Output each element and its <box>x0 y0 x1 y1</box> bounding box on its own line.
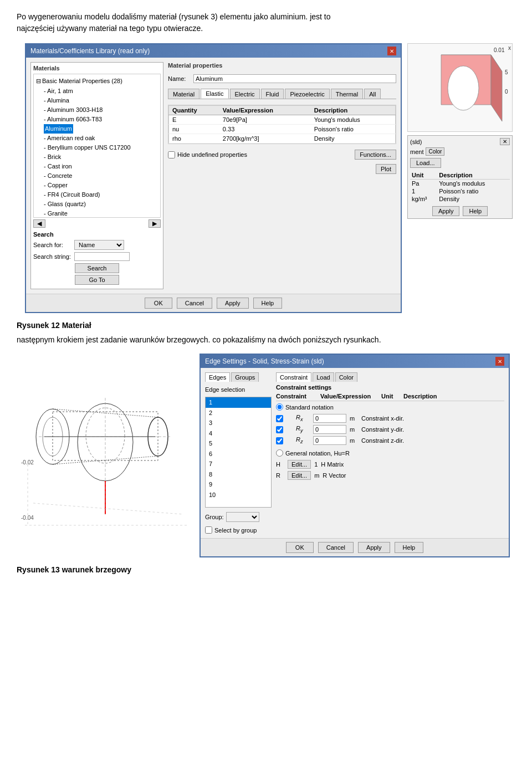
edge-ok-button[interactable]: OK <box>286 542 314 553</box>
group-select[interactable] <box>226 512 259 522</box>
tab-all[interactable]: All <box>364 89 381 99</box>
r-label: R <box>276 472 284 479</box>
rx-desc: Constraint x-dir. <box>361 415 404 422</box>
tree-child-aluminum[interactable]: Aluminum <box>36 124 158 134</box>
materials-footer: OK Cancel Apply Help <box>26 294 401 312</box>
tab-color[interactable]: Color <box>335 372 357 382</box>
materials-close-button[interactable]: ✕ <box>387 47 396 55</box>
tab-thermal[interactable]: Thermal <box>331 89 363 99</box>
select-by-group-checkbox[interactable] <box>205 526 212 534</box>
svg-text:0.01: 0.01 <box>494 47 505 53</box>
edge-list[interactable]: 1 2 3 4 5 6 7 8 9 10 <box>205 397 272 508</box>
tree-child-al6063[interactable]: - Aluminum 6063-T83 <box>36 115 158 124</box>
r-desc: R Vector <box>323 472 346 479</box>
h-edit-button[interactable]: Edit... <box>288 460 311 469</box>
group-row: Group: <box>205 512 272 522</box>
sld-close-btn[interactable]: ✕ <box>500 138 510 145</box>
row2-val: 0.33 <box>219 125 311 134</box>
materials-apply-button[interactable]: Apply <box>217 298 249 309</box>
search-section: Search Search for: Name Search string: <box>33 231 161 285</box>
search-for-select[interactable]: Name <box>74 240 124 250</box>
group-label: Group: <box>205 514 224 520</box>
edge-item-4[interactable]: 4 <box>206 428 271 439</box>
edge-item-6[interactable]: 6 <box>206 449 271 459</box>
edge-item-7[interactable]: 7 <box>206 459 271 469</box>
tree-child-granite[interactable]: - Granite <box>36 209 158 218</box>
tree-child-castiron[interactable]: - Cast iron <box>36 162 158 171</box>
materials-tree-scroll[interactable]: ⊟ Basic Material Properties (28) - Air, … <box>33 74 161 218</box>
sld-color-btn[interactable]: Color <box>426 147 444 156</box>
tree-child-glass[interactable]: - Glass (quartz) <box>36 199 158 209</box>
r-edit-button[interactable]: Edit... <box>288 471 311 480</box>
edge-item-5[interactable]: 5 <box>206 438 271 449</box>
tree-child-alumina[interactable]: - Alumina <box>36 96 158 105</box>
sld-load-btn[interactable]: Load... <box>410 158 441 168</box>
general-notation-radio[interactable] <box>276 449 283 457</box>
goto-button[interactable]: Go To <box>75 275 119 285</box>
tree-back-btn[interactable]: ◀ <box>33 219 45 228</box>
edge-tabs: Edges Groups <box>205 372 272 382</box>
tab-fluid[interactable]: Fluid <box>261 89 284 99</box>
x-label: x <box>508 45 511 51</box>
col-unit: Unit <box>381 393 403 400</box>
hide-func-row: Hide undefined properties Functions... <box>168 150 396 160</box>
edge-item-1[interactable]: 1 <box>206 397 271 408</box>
materials-help-button[interactable]: Help <box>253 298 283 309</box>
func-plot-btns: Functions... <box>355 150 396 160</box>
tree-child-redoak[interactable]: - American red oak <box>36 134 158 143</box>
tab-electric[interactable]: Electric <box>230 89 260 99</box>
tree-child-al3003[interactable]: - Aluminum 3003-H18 <box>36 105 158 115</box>
edge-item-3[interactable]: 3 <box>206 418 271 428</box>
tree-child-concrete[interactable]: - Concrete <box>36 171 158 181</box>
tab-groups[interactable]: Groups <box>231 372 259 382</box>
ry-checkbox[interactable] <box>276 426 283 433</box>
edge-titlebar: Edge Settings - Solid, Stress-Strain (sl… <box>201 355 509 368</box>
tree-child-fr4[interactable]: - FR4 (Circuit Board) <box>36 190 158 199</box>
edge-item-8[interactable]: 8 <box>206 469 271 480</box>
material-tabs: Material Elastic Electric Fluid Piezoele… <box>168 89 396 99</box>
standard-notation-radio[interactable] <box>276 403 283 411</box>
search-string-input[interactable] <box>74 252 130 261</box>
materials-ok-button[interactable]: OK <box>145 298 172 309</box>
materials-titlebar: Materials/Coefficients Library (read onl… <box>26 44 401 58</box>
tree-child-air[interactable]: - Air, 1 atm <box>36 86 158 96</box>
materials-tree: ⊟ Basic Material Properties (28) - Air, … <box>36 76 158 218</box>
edge-apply-button[interactable]: Apply <box>358 542 390 553</box>
tab-piezo[interactable]: Piezoelectric <box>285 89 329 99</box>
ry-desc: Constraint y-dir. <box>361 426 404 433</box>
rp-apply-btn[interactable]: Apply <box>432 206 460 216</box>
tab-material[interactable]: Material <box>168 89 200 99</box>
tab-constraint[interactable]: Constraint <box>276 372 311 382</box>
edge-item-9[interactable]: 9 <box>206 479 271 490</box>
tab-load[interactable]: Load <box>313 372 334 382</box>
props-table-scroll[interactable]: Quantity Value/Expression Description E … <box>168 105 396 144</box>
tree-child-brick[interactable]: - Brick <box>36 152 158 162</box>
name-input[interactable] <box>193 74 396 83</box>
search-button[interactable]: Search <box>75 263 119 273</box>
rp-help-btn[interactable]: Help <box>463 206 488 216</box>
caption2: Rysunek 13 warunek brzegowy <box>17 565 515 574</box>
edge-item-2[interactable]: 2 <box>206 408 271 418</box>
tree-fwd-btn[interactable]: ▶ <box>149 219 161 228</box>
rz-checkbox[interactable] <box>276 437 283 444</box>
edge-help-button[interactable]: Help <box>395 542 424 553</box>
functions-button[interactable]: Functions... <box>355 150 396 160</box>
tree-child-beryllium[interactable]: - Beryllium copper UNS C17200 <box>36 143 158 152</box>
rp-row3-unit: kg/m³ <box>410 195 437 203</box>
edge-close-button[interactable]: ✕ <box>495 357 504 366</box>
ry-value-input[interactable] <box>313 425 346 434</box>
hide-undefined-checkbox[interactable] <box>168 151 175 158</box>
tab-edges[interactable]: Edges <box>205 372 230 382</box>
edge-cancel-button[interactable]: Cancel <box>318 542 354 553</box>
materials-panel-title: Materials <box>33 65 161 71</box>
tree-child-copper[interactable]: - Copper <box>36 181 158 190</box>
tree-root: ⊟ Basic Material Properties (28) <box>36 76 158 86</box>
tab-elastic[interactable]: Elastic <box>201 89 228 99</box>
plot-button[interactable]: Plot <box>376 164 396 174</box>
edge-item-10[interactable]: 10 <box>206 490 271 500</box>
rx-checkbox[interactable] <box>276 415 283 422</box>
edge-body: Edges Groups Edge selection 1 2 3 4 5 6 … <box>201 368 509 538</box>
rz-value-input[interactable] <box>313 436 346 445</box>
rx-value-input[interactable] <box>313 414 346 423</box>
materials-cancel-button[interactable]: Cancel <box>177 298 212 309</box>
